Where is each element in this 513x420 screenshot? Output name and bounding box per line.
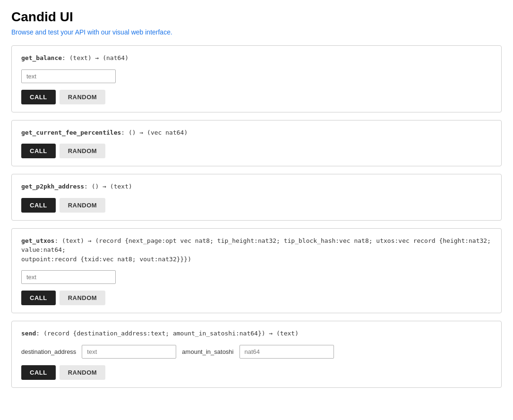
input-row-get-balance xyxy=(21,69,492,83)
get-utxos-call-button[interactable]: CALL xyxy=(21,291,56,305)
amount-in-satoshi-label: amount_in_satoshi xyxy=(182,348,233,355)
api-card-get-balance: get_balance: (text) → (nat64) CALL RANDO… xyxy=(11,45,502,112)
send-amount-in-satoshi-input[interactable] xyxy=(239,345,334,359)
btn-row-get-utxos: CALL RANDOM xyxy=(21,291,492,305)
btn-row-get-current-fee-percentiles: CALL RANDOM xyxy=(21,144,492,158)
fn-name: get_current_fee_percentiles xyxy=(21,129,121,136)
get-balance-random-button[interactable]: RANDOM xyxy=(60,90,106,104)
page-subtitle: Browse and test your API with our visual… xyxy=(11,28,502,36)
btn-row-send: CALL RANDOM xyxy=(21,365,492,380)
get-current-fee-percentiles-random-button[interactable]: RANDOM xyxy=(60,144,106,158)
api-signature-send: send: (record {destination_address:text;… xyxy=(21,329,492,338)
fn-params-cont: outpoint:record {txid:vec nat8; vout:nat… xyxy=(21,256,191,263)
input-row-send: destination_address amount_in_satoshi xyxy=(21,345,492,359)
get-utxos-text-input[interactable] xyxy=(21,270,116,284)
fn-name: get_balance xyxy=(21,54,62,61)
btn-row-get-balance: CALL RANDOM xyxy=(21,90,492,104)
input-row-get-utxos xyxy=(21,270,492,284)
api-card-get-p2pkh-address: get_p2pkh_address: () → (text) CALL RAND… xyxy=(11,174,502,221)
api-card-send: send: (record {destination_address:text;… xyxy=(11,321,502,388)
fn-params: : () → (text) xyxy=(84,183,132,190)
destination-address-label: destination_address xyxy=(21,348,76,355)
fn-name: get_utxos xyxy=(21,237,54,244)
get-p2pkh-address-call-button[interactable]: CALL xyxy=(21,198,56,213)
api-card-get-current-fee-percentiles: get_current_fee_percentiles: () → (vec n… xyxy=(11,120,502,167)
fn-params: : (record {destination_address:text; amo… xyxy=(36,330,299,337)
api-card-get-utxos: get_utxos: (text) → (record {next_page:o… xyxy=(11,228,502,314)
api-signature-get-balance: get_balance: (text) → (nat64) xyxy=(21,53,492,63)
fn-params: : (text) → (record {next_page:opt vec na… xyxy=(21,237,491,254)
send-call-button[interactable]: CALL xyxy=(21,365,56,380)
get-balance-text-input[interactable] xyxy=(21,69,116,83)
send-destination-address-input[interactable] xyxy=(82,345,176,359)
fn-params: : (text) → (nat64) xyxy=(62,54,128,61)
api-signature-get-utxos: get_utxos: (text) → (record {next_page:o… xyxy=(21,236,492,264)
api-signature-get-current-fee-percentiles: get_current_fee_percentiles: () → (vec n… xyxy=(21,128,492,137)
fn-name: send xyxy=(21,330,36,337)
get-balance-call-button[interactable]: CALL xyxy=(21,90,56,104)
send-random-button[interactable]: RANDOM xyxy=(60,365,106,380)
page-title: Candid UI xyxy=(11,9,502,25)
get-current-fee-percentiles-call-button[interactable]: CALL xyxy=(21,144,56,158)
get-utxos-random-button[interactable]: RANDOM xyxy=(60,291,106,305)
api-signature-get-p2pkh-address: get_p2pkh_address: () → (text) xyxy=(21,182,492,191)
fn-name: get_p2pkh_address xyxy=(21,183,84,190)
btn-row-get-p2pkh-address: CALL RANDOM xyxy=(21,198,492,213)
fn-params: : () → (vec nat64) xyxy=(121,129,188,136)
get-p2pkh-address-random-button[interactable]: RANDOM xyxy=(60,198,106,213)
